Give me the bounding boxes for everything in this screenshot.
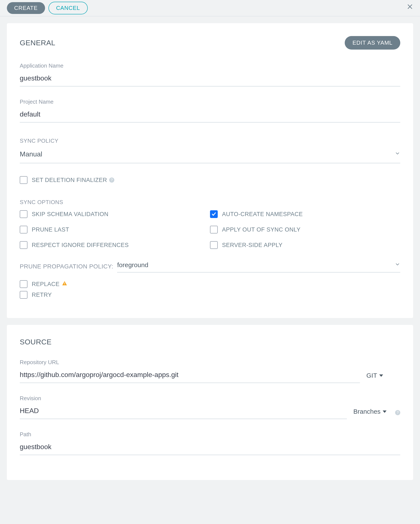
sync-policy-select[interactable]: Manual [20, 149, 400, 163]
repo-url-row: Repository URL GIT [20, 359, 400, 383]
apply-out-of-sync-only-row: APPLY OUT OF SYNC ONLY [210, 226, 400, 234]
cancel-button[interactable]: CANCEL [49, 2, 88, 14]
revision-row: Revision Branches ? [20, 395, 400, 419]
respect-ignore-differences-label: RESPECT IGNORE DIFFERENCES [32, 242, 129, 248]
application-name-label: Application Name [20, 62, 400, 69]
project-name-field: Project Name [20, 98, 400, 122]
prune-propagation-value: foreground [117, 261, 148, 269]
skip-schema-validation-label: SKIP SCHEMA VALIDATION [32, 211, 109, 218]
respect-ignore-differences-checkbox[interactable] [20, 241, 27, 249]
warning-icon [62, 281, 67, 288]
replace-checkbox[interactable] [20, 280, 27, 288]
repo-url-label: Repository URL [20, 359, 360, 366]
svg-rect-3 [64, 284, 65, 285]
create-button[interactable]: CREATE [7, 2, 45, 14]
apply-out-of-sync-only-label: APPLY OUT OF SYNC ONLY [222, 226, 300, 233]
auto-create-namespace-label: AUTO-CREATE NAMESPACE [222, 211, 303, 218]
help-icon: ? [395, 410, 400, 415]
prune-propagation-row: PRUNE PROPAGATION POLICY: foreground [20, 261, 400, 272]
set-deletion-finalizer-checkbox[interactable] [20, 176, 27, 184]
svg-rect-2 [64, 282, 65, 284]
skip-schema-validation-checkbox[interactable] [20, 210, 27, 218]
replace-label: REPLACE [32, 281, 60, 288]
prune-last-row: PRUNE LAST [20, 226, 210, 234]
revision-type-select[interactable]: Branches [353, 408, 386, 419]
help-icon[interactable]: ? [109, 177, 114, 183]
set-deletion-finalizer-label: SET DELETION FINALIZER [32, 177, 107, 183]
server-side-apply-checkbox[interactable] [210, 241, 218, 249]
source-title: SOURCE [20, 338, 51, 346]
prune-last-label: PRUNE LAST [32, 226, 69, 233]
auto-create-namespace-checkbox[interactable] [210, 210, 218, 218]
repo-type-value: GIT [366, 372, 377, 379]
application-name-input[interactable] [20, 72, 400, 87]
project-name-input[interactable] [20, 108, 400, 122]
top-bar: CREATE CANCEL [0, 0, 420, 16]
project-name-label: Project Name [20, 98, 400, 105]
revision-label: Revision [20, 395, 347, 402]
repo-url-input[interactable] [20, 369, 360, 383]
server-side-apply-row: SERVER-SIDE APPLY [210, 241, 400, 249]
caret-down-icon [379, 375, 383, 377]
server-side-apply-label: SERVER-SIDE APPLY [222, 242, 283, 248]
close-icon[interactable] [407, 3, 413, 11]
revision-field: Revision [20, 395, 347, 419]
retry-row: RETRY [20, 291, 400, 299]
apply-out-of-sync-only-checkbox[interactable] [210, 226, 218, 234]
path-label: Path [20, 431, 400, 438]
repo-url-field: Repository URL [20, 359, 360, 383]
retry-checkbox[interactable] [20, 291, 27, 299]
edit-as-yaml-button[interactable]: EDIT AS YAML [345, 36, 400, 50]
caret-down-icon [383, 410, 386, 413]
skip-schema-validation-row: SKIP SCHEMA VALIDATION [20, 210, 210, 218]
revision-help[interactable]: ? [393, 408, 400, 419]
sync-policy-value: Manual [20, 150, 42, 158]
sync-options-label: SYNC OPTIONS [20, 199, 400, 206]
revision-input[interactable] [20, 405, 347, 419]
respect-ignore-differences-row: RESPECT IGNORE DIFFERENCES [20, 241, 210, 249]
repo-type-select[interactable]: GIT [366, 372, 383, 383]
set-deletion-finalizer-row: SET DELETION FINALIZER ? [20, 176, 400, 184]
path-field: Path [20, 431, 400, 455]
general-panel: GENERAL EDIT AS YAML Application Name Pr… [7, 23, 413, 318]
chevron-down-icon [395, 262, 400, 269]
replace-row: REPLACE [20, 280, 400, 288]
auto-create-namespace-row: AUTO-CREATE NAMESPACE [210, 210, 400, 218]
revision-type-value: Branches [353, 408, 381, 415]
prune-propagation-select[interactable]: foreground [117, 261, 400, 272]
sync-options-grid: SKIP SCHEMA VALIDATION AUTO-CREATE NAMES… [20, 210, 400, 252]
application-name-field: Application Name [20, 62, 400, 87]
source-panel: SOURCE Repository URL GIT Revision Branc… [7, 325, 413, 480]
chevron-down-icon [395, 151, 400, 158]
prune-last-checkbox[interactable] [20, 226, 27, 234]
retry-label: RETRY [32, 292, 52, 298]
general-title: GENERAL [20, 39, 55, 47]
prune-propagation-label: PRUNE PROPAGATION POLICY: [20, 263, 113, 270]
sync-policy-label: SYNC POLICY [20, 138, 400, 144]
path-input[interactable] [20, 441, 400, 455]
